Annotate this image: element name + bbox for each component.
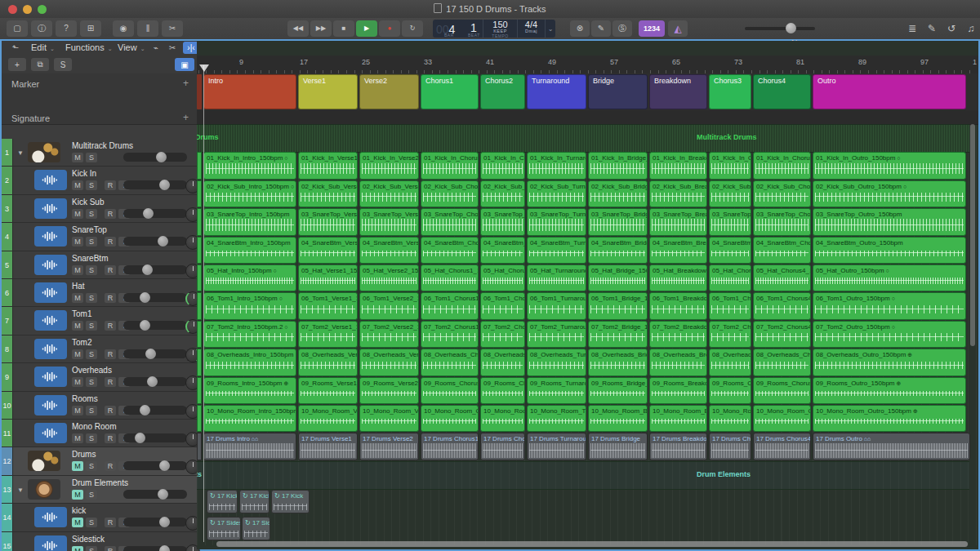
region-08_Overheads_Breakdown_150bpm[interactable]: 08_Overheads_Breakdown_150bpm [649, 349, 707, 376]
record-enable-button[interactable]: R [105, 293, 116, 303]
region-05_Hat_Breakdown_150bpm[interactable]: 05_Hat_Breakdown_150bpm [649, 264, 707, 291]
region-06_Tom1_Verse2_150bpm[interactable]: 06_Tom1_Verse2_150bpm [359, 292, 419, 320]
mute-button[interactable]: M [72, 349, 83, 359]
region-17 Drums Verse1[interactable]: 17 Drums Verse1 [298, 433, 358, 460]
track-volume-knob[interactable] [159, 517, 170, 527]
master-volume-knob[interactable] [786, 23, 796, 33]
master-volume-slider[interactable] [745, 27, 815, 30]
track-header-rooms[interactable]: 10RoomsMSRI [2, 392, 197, 420]
region-08_Overheads_Outro_150bpm[interactable]: 08_Overheads_Outro_150bpm ⊕ [813, 349, 966, 376]
region-05_Hat_Chorus2_150bpm[interactable]: 05_Hat_Chorus2_150bpm [480, 264, 525, 291]
play-button[interactable]: ▶ [356, 20, 377, 37]
region-02_Kick_Sub_Chorus1_150bpm[interactable]: 02_Kick_Sub_Chorus1_150bpm [421, 180, 479, 207]
marker-chorus2[interactable]: Chorus2 [480, 74, 525, 109]
solo-button[interactable]: S [86, 546, 97, 551]
region-17 Drums Bridge[interactable]: 17 Drums Bridge [588, 433, 648, 460]
region-17 Drums Intro[interactable]: 17 Drums Intro ⌂⌂ [203, 433, 296, 460]
region-08_Overheads_Chorus2_150bpm[interactable]: 08_Overheads_Chorus2_150bpm [480, 349, 525, 376]
region-07_Tom2_Verse2_150bpm[interactable]: 07_Tom2_Verse2_150bpm [359, 321, 419, 348]
region-07_Tom2_Intro_150bpm.2[interactable]: 07_Tom2_Intro_150bpm.2 ○ [203, 321, 296, 348]
region-09_Rooms_Outro_150bpm[interactable]: 09_Rooms_Outro_150bpm ⊕ [813, 377, 966, 404]
record-enable-button[interactable]: R [105, 433, 116, 443]
region-10_Mono_Room_Chorus4_150bpm[interactable]: 10_Mono_Room_Chorus4_150bpm [753, 405, 811, 432]
region-09_Rooms_Verse2_150bpm[interactable]: 09_Rooms_Verse2_150bpm [359, 377, 419, 404]
region-04_SnareBtm_Chorus1_150bpm[interactable]: 04_SnareBtm_Chorus1_150bpm [421, 237, 479, 264]
region-10_Mono_Room_Turnaround_150bpm[interactable]: 10_Mono_Room_Turnaround_150bpm [527, 405, 586, 432]
track-volume-knob[interactable] [143, 208, 154, 219]
region-09_Rooms_Turnaround_150bpm[interactable]: 09_Rooms_Turnaround_150bpm [527, 377, 586, 404]
track-volume-knob[interactable] [159, 180, 170, 190]
master-solo-button[interactable]: S [54, 58, 72, 71]
region-09_Rooms_Chorus3_150bpm[interactable]: 09_Rooms_Chorus3_150bpm [709, 377, 751, 404]
marker-lane[interactable]: IntroVerse1Verse2Chorus1Chorus2Turnaroun… [197, 73, 978, 110]
region-05_Hat_Verse1_150bpm[interactable]: 05_Hat_Verse1_150bpm [298, 264, 358, 291]
region-02_Kick_Sub_Breakdown_150bpm[interactable]: 02_Kick_Sub_Breakdown_150bpm [649, 180, 707, 207]
add-track-button[interactable]: + [8, 58, 26, 71]
region-02_Kick_Sub_Chorus2_150bpm[interactable]: 02_Kick_Sub_Chorus2_150bpm [480, 180, 525, 207]
region-01_Kick_In_Chorus1_150bpm[interactable]: 01_Kick_In_Chorus1_150bpm [421, 152, 479, 180]
record-button[interactable]: ● [379, 20, 400, 37]
solo-button[interactable]: S [86, 461, 97, 471]
region-05_Hat_Chorus3_150bpm[interactable]: 05_Hat_Chorus3_150bpm [709, 264, 751, 291]
region-05_Hat_Intro_150bpm[interactable]: 05_Hat_Intro_150bpm ○ [203, 264, 296, 291]
horizontal-scrollbar[interactable] [216, 541, 968, 547]
mute-button[interactable]: M [72, 490, 83, 500]
mute-button[interactable]: M [72, 265, 83, 275]
solo-button[interactable]: S [86, 153, 97, 162]
mute-button[interactable]: M [72, 377, 83, 387]
region-07_Tom2_Breakdown_150bpm[interactable]: 07_Tom2_Breakdown_150bpm [649, 321, 707, 348]
track-volume-slider[interactable] [123, 461, 187, 470]
mute-button[interactable]: M [72, 406, 83, 415]
smart-controls-button[interactable]: ◉ [113, 20, 134, 37]
functions-menu[interactable]: Functions⌄ [65, 42, 113, 52]
region-01_Kick_In_Turnaround_150bpm[interactable]: 01_Kick_In_Turnaround_150bpm [527, 152, 586, 180]
region-03_SnareTop_Breakdown_150bpm[interactable]: 03_SnareTop_Breakdown_150bpm [649, 208, 707, 236]
region-02_Kick_Sub_Chorus4_150bpm[interactable]: 02_Kick_Sub_Chorus4_150bpm [753, 180, 811, 207]
region-06_Tom1_Outro_150bpm[interactable]: 06_Tom1_Outro_150bpm ○ [813, 292, 966, 320]
inspector-button[interactable]: ⓘ [31, 20, 52, 37]
region-05_Hat_Verse2_150bpm[interactable]: 05_Hat_Verse2_150bpm [359, 264, 419, 291]
disclosure-triangle-icon[interactable]: ▼ [17, 487, 24, 494]
edit-menu[interactable]: Edit⌄ [31, 42, 55, 52]
list-editors-button[interactable]: ≣ [903, 20, 921, 37]
region-10_Mono_Room_Chorus1_150bpm[interactable]: 10_Mono_Room_Chorus1_150bpm [421, 405, 479, 432]
region-08_Overheads_Bridge_150bpm[interactable]: 08_Overheads_Bridge_150bpm [588, 349, 648, 376]
region-02_Kick_Sub_Outro_150bpm[interactable]: 02_Kick_Sub_Outro_150bpm ○ [813, 180, 966, 207]
track-volume-slider[interactable] [123, 265, 187, 274]
solo-button[interactable]: S [86, 209, 97, 219]
track-header-tom2[interactable]: 8Tom2MSRI [2, 335, 197, 363]
track-header-kick-sub[interactable]: 3Kick SubMSRI [2, 195, 197, 223]
solo-button[interactable]: S [86, 237, 97, 247]
region-06_Tom1_Bridge_150bpm[interactable]: 06_Tom1_Bridge_150bpm [588, 292, 648, 320]
region-03_SnareTop_Turnaround_150bpm[interactable]: 03_SnareTop_Turnaround_150bpm [527, 208, 586, 236]
mute-button[interactable]: M [72, 237, 83, 247]
region-05_Hat_Chorus1_150bpm[interactable]: 05_Hat_Chorus1_150bpm [421, 264, 479, 291]
marker-outro[interactable]: Outro [813, 74, 966, 109]
region-03_SnareTop_Verse2_150bpm[interactable]: 03_SnareTop_Verse2_150bpm [359, 208, 419, 236]
region-01_Kick_In_Chorus2_150bpm[interactable]: 01_Kick_In_Chorus2_150bpm [480, 152, 525, 180]
region-08_Overheads_Verse1_150bpm[interactable]: 08_Overheads_Verse1_150bpm [298, 349, 358, 376]
region-06_Tom1_Chorus1_150bpm[interactable]: 06_Tom1_Chorus1_150bpm [421, 292, 479, 320]
region-04_SnareBtm_Outro_150bpm[interactable]: 04_SnareBtm_Outro_150bpm [813, 237, 966, 264]
region-07_Tom2_Turnaround_150bpm[interactable]: 07_Tom2_Turnaround_150bpm [527, 321, 586, 348]
marker-breakdown[interactable]: Breakdown [649, 74, 707, 109]
marker-turnaround[interactable]: Turnaround [527, 74, 586, 109]
track-header-hat[interactable]: 6HatMSRI [2, 279, 197, 307]
lane-add-button[interactable]: + [183, 112, 189, 123]
track-volume-knob[interactable] [140, 292, 150, 303]
track-volume-knob[interactable] [140, 405, 150, 415]
region-03_SnareTop_Verse1_150bpm[interactable]: 03_SnareTop_Verse1_150bpm [298, 208, 358, 236]
region-17 Drums Chorus1[interactable]: 17 Drums Chorus1 [421, 433, 479, 460]
bar-ruler[interactable]: 917253341495765738189971 [197, 56, 978, 74]
region-17-sidestick[interactable]: ↻ 17 Sidestick [242, 517, 270, 540]
region-07_Tom2_Bridge_150bpm[interactable]: 07_Tom2_Bridge_150bpm [588, 321, 648, 348]
region-04_SnareBtm_Chorus4_150bpm[interactable]: 04_SnareBtm_Chorus4_150bpm [753, 237, 811, 264]
solo-button[interactable]: S [86, 321, 97, 331]
track-volume-slider[interactable] [123, 377, 187, 386]
lane-marker[interactable]: Marker+ [2, 73, 197, 109]
region-02_Kick_Sub_Bridge_150bpm[interactable]: 02_Kick_Sub_Bridge_150bpm [588, 180, 648, 207]
region-17 Drums Breakdown[interactable]: 17 Drums Breakdown [649, 433, 707, 460]
region-09_Rooms_Bridge_150bpm[interactable]: 09_Rooms_Bridge_150bpm [588, 377, 648, 404]
track-volume-slider[interactable] [123, 153, 187, 162]
note-pads-button[interactable]: ✎ [923, 20, 941, 37]
